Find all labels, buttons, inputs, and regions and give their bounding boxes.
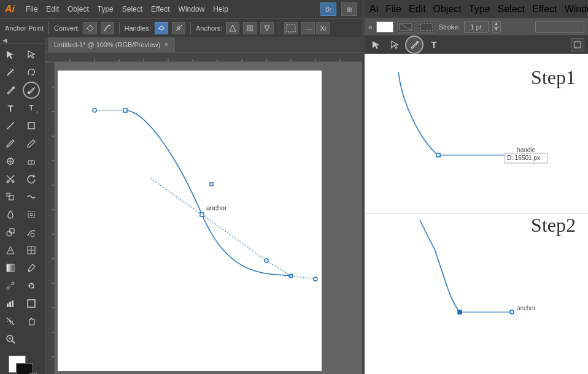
- eyedropper-tool-btn[interactable]: [23, 259, 40, 277]
- menu-window-left[interactable]: Window: [179, 5, 205, 13]
- collapse-icon[interactable]: «: [368, 23, 373, 31]
- right-menu-select[interactable]: Select: [498, 4, 525, 15]
- stroke-dash-1[interactable]: —: [301, 22, 315, 34]
- stroke-down-btn[interactable]: ▼: [492, 27, 501, 32]
- live-paint-tool-btn[interactable]: [23, 224, 40, 241]
- column-graph-tool-btn[interactable]: [2, 295, 19, 312]
- anchor-label-canvas: anchor: [206, 204, 227, 212]
- svg-point-12: [12, 86, 15, 89]
- convert-btn-2[interactable]: [101, 22, 114, 34]
- svg-rect-46: [28, 300, 35, 307]
- stroke-dash-box[interactable]: [535, 21, 584, 32]
- right-menu-object[interactable]: Object: [433, 4, 462, 15]
- menu-edit-left[interactable]: Edit: [46, 5, 59, 13]
- arrange-btn[interactable]: ⊞: [341, 2, 357, 16]
- right-menu-window[interactable]: Window: [565, 4, 588, 15]
- pen-tool-btn[interactable]: [2, 82, 19, 99]
- line-tool-btn[interactable]: [2, 117, 19, 134]
- toolbar-sep-1: [48, 22, 49, 34]
- stroke-btn[interactable]: [284, 22, 298, 34]
- direct-select-tool-btn[interactable]: [23, 46, 40, 63]
- menu-type-left[interactable]: Type: [98, 5, 114, 13]
- slice-tool-btn[interactable]: [2, 313, 19, 330]
- anchors-btn-3[interactable]: [260, 22, 274, 34]
- stroke-mode-box[interactable]: [418, 21, 435, 32]
- text-tool-btn[interactable]: T: [2, 99, 19, 116]
- convert-label: Convert:: [54, 25, 80, 32]
- blob-tool-btn[interactable]: [2, 153, 19, 170]
- touch-type-tool-btn[interactable]: T ≈: [23, 99, 40, 116]
- right-menu-file[interactable]: File: [385, 4, 401, 15]
- anchor-point-tool-btn[interactable]: [23, 82, 40, 99]
- tooltip-step1: D: 16501 px: [507, 155, 540, 161]
- right-pen-tool-active[interactable]: [405, 36, 424, 54]
- stroke-spinners[interactable]: ▲ ▼: [492, 21, 501, 32]
- width-tool-btn[interactable]: [2, 206, 19, 223]
- svg-point-29: [31, 233, 34, 237]
- svg-point-104: [510, 310, 514, 314]
- shape-tool-btn[interactable]: [23, 117, 40, 134]
- scale-tool-btn[interactable]: [2, 188, 19, 205]
- app-switcher-btn[interactable]: Br: [320, 2, 336, 16]
- svg-point-92: [314, 277, 317, 281]
- gradient-tool-btn[interactable]: [2, 259, 19, 277]
- mesh-tool-btn[interactable]: [23, 242, 40, 259]
- menu-help-left[interactable]: Help: [213, 5, 228, 13]
- handles-btn-2[interactable]: [172, 22, 185, 34]
- stroke-dash-2[interactable]: Xi: [316, 22, 330, 34]
- svg-rect-103: [458, 310, 462, 314]
- svg-rect-8: [287, 25, 295, 32]
- pencil-tool-btn[interactable]: [23, 135, 40, 152]
- handles-btn-1[interactable]: [155, 22, 168, 34]
- stroke-color-box[interactable]: [376, 21, 393, 32]
- handles-label: Handles:: [125, 25, 151, 32]
- artboard-tool-btn[interactable]: [23, 295, 40, 312]
- magic-wand-tool-btn[interactable]: [2, 64, 19, 81]
- step1-svg: handle D: 16501 px: [365, 60, 588, 213]
- warp-tool-btn[interactable]: [23, 188, 40, 205]
- right-direct-select-btn[interactable]: [387, 37, 403, 53]
- right-menu-effect[interactable]: Effect: [532, 4, 557, 15]
- svg-line-9: [7, 69, 14, 75]
- document-tab[interactable]: Untitled-1* @ 100% (RGB/Preview) ✕: [48, 37, 176, 52]
- shape-builder-tool-btn[interactable]: [2, 224, 19, 241]
- left-ai-logo: Ai: [5, 4, 15, 15]
- toolbar-sep-2: [119, 22, 120, 34]
- right-menu-edit[interactable]: Edit: [409, 4, 426, 15]
- symbol-spray-tool-btn[interactable]: [23, 277, 40, 294]
- step1-area: Step1 handle D: 16501 px: [365, 60, 588, 214]
- svg-line-81: [202, 215, 266, 261]
- tab-close-btn[interactable]: ✕: [164, 41, 169, 48]
- blend-tool-btn[interactable]: [2, 277, 19, 294]
- svg-rect-28: [10, 229, 14, 233]
- perspective-grid-tool-btn[interactable]: [2, 242, 19, 259]
- convert-btn-1[interactable]: [83, 22, 97, 34]
- menu-select-left[interactable]: Select: [122, 5, 142, 13]
- scissors-tool-btn[interactable]: [2, 170, 19, 188]
- free-transform-tool-btn[interactable]: [23, 206, 40, 223]
- right-menu-type[interactable]: Type: [469, 4, 490, 15]
- stroke-value-input[interactable]: [464, 21, 489, 32]
- paintbrush-tool-btn[interactable]: [2, 135, 19, 152]
- left-menu-bar: Ai File Edit Object Type Select Effect W…: [0, 0, 362, 18]
- right-select-btn[interactable]: [368, 37, 384, 53]
- menu-object-left[interactable]: Object: [68, 5, 89, 13]
- stroke-dash-controls: — Xi: [301, 22, 330, 34]
- svg-rect-97: [574, 42, 581, 48]
- color-swatch-container[interactable]: [9, 356, 37, 374]
- svg-rect-43: [7, 303, 9, 307]
- anchors-btn-2[interactable]: [243, 22, 257, 34]
- fill-none-box[interactable]: [397, 21, 414, 32]
- zoom-tool-btn[interactable]: [2, 330, 19, 348]
- anchors-btn-1[interactable]: [226, 22, 239, 34]
- select-tool-btn[interactable]: [2, 46, 19, 63]
- right-app-window: Ai File Edit Object Type Select Effect W…: [365, 0, 588, 374]
- menu-effect-left[interactable]: Effect: [151, 5, 169, 13]
- rotate-tool-btn[interactable]: [23, 170, 40, 188]
- eraser-tool-btn[interactable]: [23, 153, 40, 170]
- right-text-btn[interactable]: T: [426, 37, 442, 53]
- lasso-tool-btn[interactable]: [23, 64, 40, 81]
- right-icon-1[interactable]: [571, 38, 584, 52]
- hand-tool-btn[interactable]: [23, 313, 40, 330]
- menu-file-left[interactable]: File: [26, 5, 37, 13]
